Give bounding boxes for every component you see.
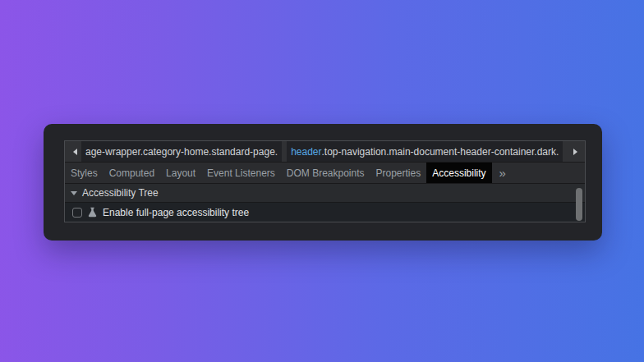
enable-full-page-accessibility-checkbox[interactable]: [72, 208, 82, 218]
tab-accessibility[interactable]: Accessibility: [426, 163, 491, 183]
breadcrumb: age-wrapper.category-home.standard-page.…: [65, 141, 585, 163]
experiment-flask-icon: [87, 207, 98, 218]
tab-styles[interactable]: Styles: [65, 163, 104, 183]
breadcrumb-tag-name: header: [291, 146, 321, 158]
tab-dom-breakpoints[interactable]: DOM Breakpoints: [281, 163, 370, 183]
chevron-left-icon: [73, 149, 77, 155]
devtools-window: age-wrapper.category-home.standard-page.…: [44, 124, 602, 241]
tab-computed[interactable]: Computed: [104, 163, 160, 183]
breadcrumb-scroll-left-button[interactable]: [68, 141, 81, 162]
breadcrumb-item-page-wrapper[interactable]: age-wrapper.category-home.standard-page.: [81, 141, 282, 162]
breadcrumb-class-list: .top-navigation.main-document-header-con…: [322, 146, 559, 158]
disclosure-triangle-icon: [71, 191, 77, 195]
enable-full-page-accessibility-row: Enable full-page accessibility tree: [65, 203, 585, 222]
desktop-background: age-wrapper.category-home.standard-page.…: [0, 0, 644, 362]
chevron-right-icon: [573, 149, 577, 155]
breadcrumb-scroll-right-button[interactable]: [568, 141, 582, 162]
accessibility-tree-section-header[interactable]: Accessibility Tree: [65, 184, 585, 203]
tab-layout[interactable]: Layout: [160, 163, 201, 183]
breadcrumb-item-label: age-wrapper.category-home.standard-page.: [85, 146, 278, 158]
experiment-row-label: Enable full-page accessibility tree: [103, 207, 249, 218]
sidebar-tab-bar: Styles Computed Layout Event Listeners D…: [65, 163, 585, 184]
more-tabs-button[interactable]: »: [492, 163, 513, 183]
breadcrumb-item-header[interactable]: header.top-navigation.main-document-head…: [287, 141, 563, 162]
devtools-sidebar-pane: age-wrapper.category-home.standard-page.…: [64, 140, 586, 222]
section-title: Accessibility Tree: [82, 187, 159, 199]
vertical-scrollbar-thumb[interactable]: [576, 188, 582, 221]
tab-event-listeners[interactable]: Event Listeners: [201, 163, 281, 183]
tab-properties[interactable]: Properties: [370, 163, 427, 183]
